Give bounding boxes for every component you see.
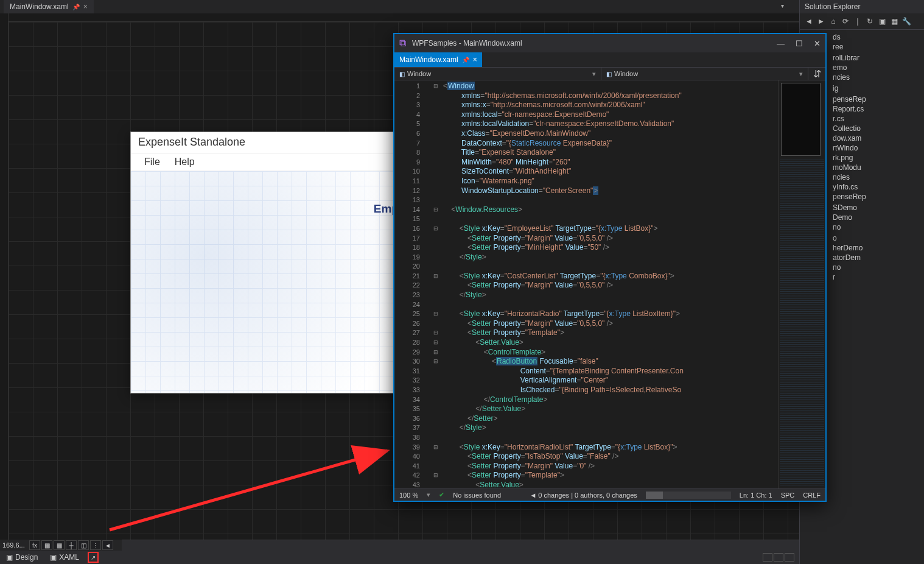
tree-item[interactable]: penseRep [833,192,924,202]
tree-item[interactable]: no [833,222,924,232]
window-icon: ◧ [399,71,405,77]
nav-left-label: Window [407,70,431,77]
zoom-display[interactable]: 169.6... [1,541,28,549]
pin-icon[interactable]: 📌 [462,57,469,63]
popout-button[interactable]: ↗ [88,552,99,563]
grid2-icon[interactable]: ▦ [54,540,65,550]
menu-help[interactable]: Help [167,154,202,171]
status-spc[interactable]: SPC [781,492,795,499]
tree-item[interactable]: herDemo [833,243,924,253]
close-icon[interactable]: × [473,55,477,64]
maximize-icon[interactable]: ☐ [796,39,803,48]
split-horizontal-icon[interactable] [774,553,783,562]
floating-title-bar[interactable]: ⧉ WPFSamples - MainWindow.xaml — ☐ ✕ [394,34,825,52]
status-crlf[interactable]: CRLF [803,492,821,499]
tree-item[interactable]: ncies [833,172,924,182]
editor-status-bar: 100 % ▾ ✔ No issues found ◄ 0 changes | … [394,488,825,501]
tree-item[interactable]: ree [833,42,924,52]
tree-item[interactable]: atorDem [833,253,924,263]
tree-item[interactable]: r.cs [833,114,924,124]
divider: | [852,16,863,27]
tree-item[interactable]: Collectio [833,124,924,133]
back-icon[interactable]: ◄ [803,16,814,27]
nav-right-label: Window [614,70,638,77]
designer-controls: 169.6... fx ▦ ▦ ┼ ◫ ⋮ ◄ [0,540,122,551]
status-zoom[interactable]: 100 % [399,492,418,499]
ruler-vertical [0,13,9,540]
main-tab-strip: MainWindow.xaml 📌 × ▾ [0,0,924,13]
editor-body: 1234567891011121314151617181920212223242… [394,80,825,488]
tab-label: MainWindow.xaml [10,2,69,11]
chevron-down-icon[interactable]: ▾ [781,2,784,9]
tree-item[interactable]: Demo [833,213,924,222]
minimap-preview [781,83,821,156]
line-gutter: 1234567891011121314151617181920212223242… [394,80,432,488]
tab-design-label: Design [15,553,38,562]
tree-item[interactable]: r [833,272,924,282]
arrow-left-icon[interactable]: ◄ [102,540,113,550]
code-area[interactable]: <Window xmlns="http://schemas.microsoft.… [432,80,778,488]
tree-item[interactable]: yInfo.cs [833,182,924,192]
tree-item[interactable]: penseRep [833,94,924,104]
close-icon[interactable]: × [83,2,88,11]
tree-item[interactable]: moModu [833,163,924,172]
snap2-icon[interactable]: ◫ [78,540,89,550]
tree-item[interactable]: dow.xam [833,133,924,143]
splitter-icons [763,553,794,562]
floating-editor-window[interactable]: ⧉ WPFSamples - MainWindow.xaml — ☐ ✕ Mai… [393,33,827,502]
swap-icon[interactable]: ⇵ [808,68,825,80]
snap-icon[interactable]: ┼ [66,540,77,550]
nav-left-dropdown[interactable]: ◧Window▾ [394,68,601,80]
tree-item[interactable]: Report.cs [833,104,924,114]
tab-xaml[interactable]: ▣ XAML [44,552,85,563]
designer-tabs: ▣ Design ▣ XAML ↗ [0,551,799,564]
tree-item[interactable]: rolLibrar [833,53,924,63]
floating-tab-strip: MainWindow.xaml 📌 × [394,52,825,67]
designer-bottom-bars: 169.6... fx ▦ ▦ ┼ ◫ ⋮ ◄ ▣ Design ▣ XAML … [0,540,799,564]
pin-icon[interactable]: 📌 [72,4,80,10]
status-changes[interactable]: ◄ 0 changes | 0 authors, 0 changes [530,492,637,499]
status-pos[interactable]: Ln: 1 Ch: 1 [740,492,772,499]
check-icon: ✔ [439,491,444,499]
nav-dropdowns: ◧Window▾ ◧Window▾ ⇵ [394,67,825,80]
minimap-scroll[interactable] [780,160,824,486]
sync-icon[interactable]: ⟳ [840,16,851,27]
nav-right-dropdown[interactable]: ◧Window▾ [601,68,808,80]
properties-icon[interactable]: 🔧 [901,16,912,27]
window-icon: ◧ [606,71,612,77]
tree-item[interactable]: ig [833,83,924,93]
show-all-icon[interactable]: ▦ [889,16,900,27]
split-vertical-icon[interactable] [763,553,772,562]
home-icon[interactable]: ⌂ [828,16,839,27]
fx-icon[interactable]: fx [29,540,40,550]
solution-explorer-toolbar: ◄ ► ⌂ ⟳ | ↻ ▣ ▦ 🔧 [800,13,924,30]
solution-explorer-title: Solution Explorer [800,0,924,13]
minimap[interactable] [778,80,825,488]
menu-file[interactable]: File [137,154,167,171]
tree-item[interactable]: no [833,263,924,272]
scrollbar-thumb[interactable] [646,492,663,499]
minimize-icon[interactable]: — [777,39,785,48]
floating-tab[interactable]: MainWindow.xaml 📌 × [394,52,482,67]
floating-title-text: WPFSamples - MainWindow.xaml [412,39,522,48]
grid-icon[interactable]: ▦ [41,540,52,550]
tree-item[interactable]: ds [833,32,924,42]
tree-item[interactable]: emo [833,63,924,72]
tree-item[interactable]: o [833,233,924,243]
status-issues[interactable]: No issues found [453,492,501,499]
close-window-icon[interactable]: ✕ [814,39,821,48]
split-swap-icon[interactable] [785,553,794,562]
tab-mainwindow[interactable]: MainWindow.xaml 📌 × [4,0,94,13]
folding-column[interactable]: ⊟⊟⊟⊟⊟⊟⊟⊟⊟⊟⊟ [432,82,439,488]
forward-icon[interactable]: ► [816,16,827,27]
snap3-icon[interactable]: ⋮ [90,540,101,550]
horizontal-scrollbar[interactable] [646,492,731,499]
collapse-icon[interactable]: ▣ [877,16,887,27]
tree-item[interactable]: rtWindo [833,143,924,153]
tab-xaml-label: XAML [59,553,79,562]
refresh-icon[interactable]: ↻ [864,16,875,27]
tree-item[interactable]: SDemo [833,203,924,213]
tab-design[interactable]: ▣ Design [0,552,44,563]
tree-item[interactable]: ncies [833,72,924,82]
tree-item[interactable]: rk.png [833,153,924,163]
